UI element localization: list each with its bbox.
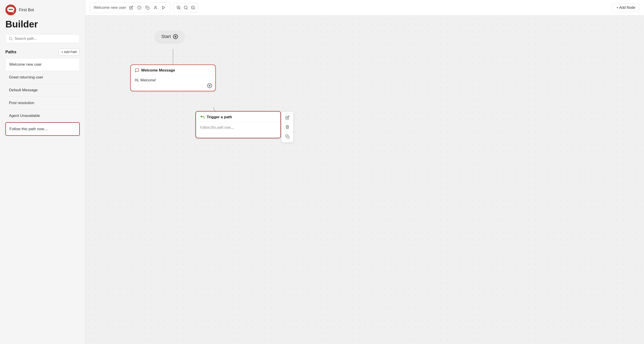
start-dot bbox=[173, 34, 178, 39]
edit-path-button[interactable] bbox=[128, 5, 134, 11]
welcome-message-node[interactable]: Welcome Message Hi, Welcome! bbox=[130, 65, 216, 91]
play-icon bbox=[162, 6, 166, 10]
paths-header: Paths + Add Path bbox=[6, 49, 80, 55]
paths-label: Paths bbox=[6, 50, 16, 54]
path-item-follow-this-path[interactable]: Follow this path now.... bbox=[6, 122, 80, 136]
trigger-node-inner: Trigger a path Follow this path now.... bbox=[196, 112, 280, 138]
path-item-default-message[interactable]: Default Message bbox=[6, 84, 80, 97]
message-icon bbox=[135, 68, 139, 73]
user-icon bbox=[154, 6, 158, 10]
zoom-reset-icon bbox=[184, 6, 188, 10]
copy-icon bbox=[146, 6, 150, 10]
play-button[interactable] bbox=[161, 5, 166, 11]
trigger-node[interactable]: Trigger a path Follow this path now.... bbox=[196, 111, 281, 138]
svg-point-16 bbox=[184, 6, 187, 9]
edit-node-button[interactable] bbox=[283, 114, 292, 122]
start-node: Start bbox=[155, 31, 184, 42]
zoom-out-icon bbox=[191, 6, 195, 10]
zoom-in-button[interactable] bbox=[176, 5, 182, 11]
node-actions bbox=[281, 112, 294, 143]
edit-node-icon bbox=[285, 116, 290, 120]
zoom-out-button[interactable] bbox=[190, 5, 196, 11]
svg-line-17 bbox=[187, 9, 188, 10]
search-input[interactable] bbox=[14, 37, 76, 41]
add-path-button[interactable]: + Add Path bbox=[58, 49, 80, 55]
path-list: Welcome new user Greet returning user De… bbox=[6, 58, 80, 136]
canvas[interactable]: Start Welcome Message Hi, Welcome! bbox=[86, 16, 644, 344]
svg-point-4 bbox=[9, 37, 12, 40]
svg-rect-9 bbox=[147, 7, 149, 10]
svg-rect-21 bbox=[287, 136, 289, 138]
edit-icon bbox=[129, 6, 133, 10]
path-item-agent-unavailable[interactable]: Agent Unavailable bbox=[6, 110, 80, 122]
svg-point-1 bbox=[9, 9, 10, 10]
copy-node-button[interactable] bbox=[283, 132, 292, 141]
toolbar: Welcome new user bbox=[86, 0, 644, 16]
add-node-button[interactable]: + Add Node bbox=[612, 3, 640, 12]
delete-node-button[interactable] bbox=[283, 123, 292, 131]
logo-area: First Bot bbox=[6, 5, 80, 15]
welcome-node-text: Hi, Welcome! bbox=[135, 78, 156, 82]
bot-name: First Bot bbox=[19, 8, 34, 12]
sidebar: First Bot Builder Paths + Add Path Welco… bbox=[0, 0, 86, 344]
app-logo-icon bbox=[6, 5, 16, 15]
copy-node-icon bbox=[285, 134, 290, 139]
svg-line-13 bbox=[180, 9, 180, 10]
info-icon bbox=[137, 6, 141, 10]
zoom-reset-button[interactable] bbox=[183, 5, 189, 11]
trigger-node-body[interactable]: Follow this path now.... bbox=[196, 122, 280, 138]
svg-point-3 bbox=[12, 9, 13, 10]
start-label: Start bbox=[161, 34, 171, 39]
info-button[interactable] bbox=[136, 5, 142, 11]
search-box[interactable] bbox=[6, 34, 80, 43]
main-area: Welcome new user bbox=[86, 0, 644, 344]
trigger-link-text[interactable]: Follow this path now.... bbox=[200, 125, 234, 129]
page-title: Builder bbox=[6, 19, 80, 30]
duplicate-path-button[interactable] bbox=[144, 5, 150, 11]
path-item-greet-returning-user[interactable]: Greet returning user bbox=[6, 71, 80, 84]
svg-point-10 bbox=[155, 6, 156, 8]
svg-line-19 bbox=[194, 9, 195, 10]
path-item-post-resolution[interactable]: Post resolution bbox=[6, 97, 80, 110]
welcome-node-connector[interactable] bbox=[207, 83, 212, 88]
welcome-node-title: Welcome Message bbox=[141, 68, 175, 73]
svg-line-5 bbox=[12, 39, 12, 40]
path-name-text: Welcome new user bbox=[94, 6, 126, 10]
user-button[interactable] bbox=[152, 5, 158, 11]
zoom-in-icon bbox=[176, 6, 181, 10]
trigger-node-title: Trigger a path bbox=[207, 115, 232, 119]
svg-marker-11 bbox=[162, 6, 165, 9]
path-item-welcome-new-user[interactable]: Welcome new user bbox=[6, 58, 80, 71]
trigger-node-header: Trigger a path bbox=[196, 112, 280, 122]
welcome-node-body: Hi, Welcome! bbox=[131, 75, 215, 91]
welcome-node-header: Welcome Message bbox=[131, 65, 215, 75]
search-icon bbox=[9, 37, 13, 41]
trigger-icon bbox=[200, 115, 205, 120]
delete-node-icon bbox=[285, 125, 290, 129]
zoom-controls bbox=[173, 3, 199, 12]
path-name-area: Welcome new user bbox=[90, 2, 170, 13]
svg-point-2 bbox=[10, 9, 12, 10]
